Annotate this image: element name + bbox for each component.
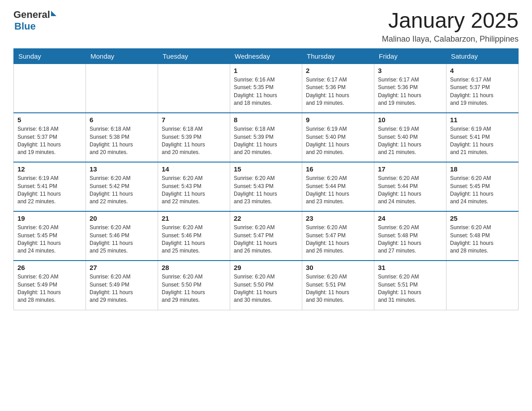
calendar-week-row: 1Sunrise: 6:16 AMSunset: 5:35 PMDaylight… [14,64,519,113]
day-info: Sunrise: 6:20 AMSunset: 5:50 PMDaylight:… [162,273,226,304]
day-number: 30 [306,264,370,271]
day-info: Sunrise: 6:18 AMSunset: 5:38 PMDaylight:… [90,125,154,157]
calendar-table: SundayMondayTuesdayWednesdayThursdayFrid… [13,48,519,310]
day-number: 20 [90,214,154,222]
day-info: Sunrise: 6:18 AMSunset: 5:39 PMDaylight:… [162,125,226,157]
calendar-header-monday: Monday [86,48,158,64]
day-info: Sunrise: 6:19 AMSunset: 5:40 PMDaylight:… [378,125,442,157]
day-number: 28 [162,264,226,271]
day-info: Sunrise: 6:20 AMSunset: 5:46 PMDaylight:… [162,224,226,255]
calendar-cell [158,64,230,113]
day-info: Sunrise: 6:19 AMSunset: 5:40 PMDaylight:… [306,125,370,157]
day-info: Sunrise: 6:18 AMSunset: 5:39 PMDaylight:… [234,125,298,157]
day-info: Sunrise: 6:20 AMSunset: 5:49 PMDaylight:… [17,273,82,304]
calendar-cell: 26Sunrise: 6:20 AMSunset: 5:49 PMDayligh… [14,261,86,310]
calendar-cell: 18Sunrise: 6:20 AMSunset: 5:45 PMDayligh… [446,162,519,211]
month-title: January 2025 [382,9,519,33]
day-number: 23 [306,214,370,222]
calendar-header-thursday: Thursday [302,48,374,64]
calendar-cell: 13Sunrise: 6:20 AMSunset: 5:42 PMDayligh… [86,162,158,211]
day-info: Sunrise: 6:20 AMSunset: 5:43 PMDaylight:… [162,175,226,206]
calendar-cell: 16Sunrise: 6:20 AMSunset: 5:44 PMDayligh… [302,162,374,211]
day-info: Sunrise: 6:20 AMSunset: 5:47 PMDaylight:… [234,224,298,255]
calendar-cell [86,64,158,113]
day-info: Sunrise: 6:20 AMSunset: 5:51 PMDaylight:… [306,273,370,304]
day-number: 4 [450,67,515,74]
day-info: Sunrise: 6:16 AMSunset: 5:35 PMDaylight:… [234,76,298,107]
day-info: Sunrise: 6:20 AMSunset: 5:46 PMDaylight:… [90,224,154,255]
day-info: Sunrise: 6:20 AMSunset: 5:42 PMDaylight:… [90,175,154,206]
calendar-week-row: 26Sunrise: 6:20 AMSunset: 5:49 PMDayligh… [14,261,519,310]
calendar-cell: 12Sunrise: 6:19 AMSunset: 5:41 PMDayligh… [14,162,86,211]
day-info: Sunrise: 6:18 AMSunset: 5:37 PMDaylight:… [17,125,82,157]
day-info: Sunrise: 6:19 AMSunset: 5:41 PMDaylight:… [17,175,82,206]
calendar-cell: 3Sunrise: 6:17 AMSunset: 5:36 PMDaylight… [374,64,446,113]
day-number: 19 [17,214,82,222]
day-number: 14 [162,165,226,173]
day-number: 2 [306,67,370,74]
day-number: 11 [450,116,515,124]
logo-blue-text: Blue [14,21,56,32]
day-number: 18 [450,165,515,173]
day-number: 31 [378,264,442,271]
calendar-cell: 27Sunrise: 6:20 AMSunset: 5:49 PMDayligh… [86,261,158,310]
calendar-cell: 20Sunrise: 6:20 AMSunset: 5:46 PMDayligh… [86,211,158,261]
page-header: General Blue January 2025 Malinao Ilaya,… [13,9,519,44]
calendar-cell: 10Sunrise: 6:19 AMSunset: 5:40 PMDayligh… [374,113,446,162]
location-title: Malinao Ilaya, Calabarzon, Philippines [382,34,519,44]
calendar-cell: 15Sunrise: 6:20 AMSunset: 5:43 PMDayligh… [230,162,302,211]
title-section: January 2025 Malinao Ilaya, Calabarzon, … [382,9,519,44]
calendar-header-wednesday: Wednesday [230,48,302,64]
day-number: 21 [162,214,226,222]
calendar-cell: 6Sunrise: 6:18 AMSunset: 5:38 PMDaylight… [86,113,158,162]
calendar-week-row: 19Sunrise: 6:20 AMSunset: 5:45 PMDayligh… [14,211,519,261]
day-info: Sunrise: 6:17 AMSunset: 5:36 PMDaylight:… [306,76,370,107]
calendar-cell: 28Sunrise: 6:20 AMSunset: 5:50 PMDayligh… [158,261,230,310]
calendar-cell [14,64,86,113]
calendar-cell: 31Sunrise: 6:20 AMSunset: 5:51 PMDayligh… [374,261,446,310]
calendar-cell: 7Sunrise: 6:18 AMSunset: 5:39 PMDaylight… [158,113,230,162]
day-info: Sunrise: 6:17 AMSunset: 5:37 PMDaylight:… [450,76,515,107]
day-number: 12 [17,165,82,173]
calendar-header-sunday: Sunday [14,48,86,64]
day-info: Sunrise: 6:20 AMSunset: 5:50 PMDaylight:… [234,273,298,304]
calendar-cell: 25Sunrise: 6:20 AMSunset: 5:48 PMDayligh… [446,211,519,261]
calendar-cell: 30Sunrise: 6:20 AMSunset: 5:51 PMDayligh… [302,261,374,310]
logo-general-text: General [13,9,50,21]
calendar-cell: 17Sunrise: 6:20 AMSunset: 5:44 PMDayligh… [374,162,446,211]
day-info: Sunrise: 6:20 AMSunset: 5:44 PMDaylight:… [306,175,370,206]
calendar-cell: 11Sunrise: 6:19 AMSunset: 5:41 PMDayligh… [446,113,519,162]
day-number: 22 [234,214,298,222]
day-number: 6 [90,116,154,124]
calendar-header-tuesday: Tuesday [158,48,230,64]
calendar-cell [446,261,519,310]
day-number: 17 [378,165,442,173]
calendar-cell: 2Sunrise: 6:17 AMSunset: 5:36 PMDaylight… [302,64,374,113]
calendar-cell: 24Sunrise: 6:20 AMSunset: 5:48 PMDayligh… [374,211,446,261]
calendar-header-friday: Friday [374,48,446,64]
calendar-header-saturday: Saturday [446,48,519,64]
day-info: Sunrise: 6:20 AMSunset: 5:48 PMDaylight:… [378,224,442,255]
day-info: Sunrise: 6:20 AMSunset: 5:45 PMDaylight:… [450,175,515,206]
day-number: 24 [378,214,442,222]
calendar-cell: 23Sunrise: 6:20 AMSunset: 5:47 PMDayligh… [302,211,374,261]
day-info: Sunrise: 6:20 AMSunset: 5:45 PMDaylight:… [17,224,82,255]
day-number: 26 [17,264,82,271]
day-number: 10 [378,116,442,124]
logo: General Blue [13,9,56,32]
day-number: 3 [378,67,442,74]
calendar-cell: 9Sunrise: 6:19 AMSunset: 5:40 PMDaylight… [302,113,374,162]
day-info: Sunrise: 6:17 AMSunset: 5:36 PMDaylight:… [378,76,442,107]
calendar-cell: 29Sunrise: 6:20 AMSunset: 5:50 PMDayligh… [230,261,302,310]
day-info: Sunrise: 6:19 AMSunset: 5:41 PMDaylight:… [450,125,515,157]
logo-triangle-icon [51,11,56,16]
day-info: Sunrise: 6:20 AMSunset: 5:48 PMDaylight:… [450,224,515,255]
calendar-cell: 21Sunrise: 6:20 AMSunset: 5:46 PMDayligh… [158,211,230,261]
calendar-cell: 5Sunrise: 6:18 AMSunset: 5:37 PMDaylight… [14,113,86,162]
day-number: 27 [90,264,154,271]
day-info: Sunrise: 6:20 AMSunset: 5:51 PMDaylight:… [378,273,442,304]
calendar-cell: 8Sunrise: 6:18 AMSunset: 5:39 PMDaylight… [230,113,302,162]
day-number: 29 [234,264,298,271]
day-info: Sunrise: 6:20 AMSunset: 5:49 PMDaylight:… [90,273,154,304]
day-number: 9 [306,116,370,124]
